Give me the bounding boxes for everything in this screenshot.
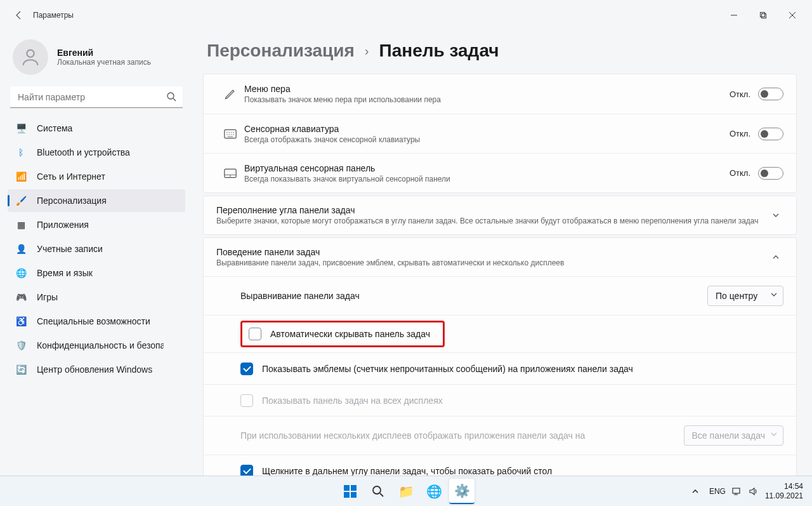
profile-name: Евгений — [57, 48, 151, 58]
paint-icon: 🖌️ — [15, 195, 27, 206]
expander-title: Поведение панели задач — [216, 247, 768, 257]
sidebar-item-label: Bluetooth и устройства — [37, 147, 130, 157]
sidebar-item-privacy[interactable]: 🛡️ Конфиденциальность и безопасность — [8, 334, 185, 357]
all-displays-checkbox — [240, 394, 253, 407]
tray-overflow[interactable] — [688, 488, 703, 495]
profile[interactable]: Евгений Локальная учетная запись — [8, 33, 188, 84]
sidebar-item-label: Приложения — [37, 220, 89, 230]
main-content: Персонализация › Панель задач Меню пера … — [190, 30, 812, 476]
breadcrumb-parent[interactable]: Персонализация — [207, 41, 355, 61]
sidebar-item-update[interactable]: 🔄 Центр обновления Windows — [8, 358, 185, 381]
toggle-state: Откл. — [730, 168, 750, 178]
svg-point-3 — [167, 93, 174, 99]
pen-toggle[interactable] — [758, 88, 783, 100]
svg-rect-9 — [351, 492, 357, 498]
behavior-expander: Поведение панели задач Выравнивание пане… — [203, 237, 797, 476]
sidebar-item-games[interactable]: 🎮 Игры — [8, 286, 185, 309]
taskbar-search[interactable] — [365, 479, 391, 504]
taskbar-edge[interactable]: 🌐 — [421, 479, 447, 504]
window-controls — [719, 5, 807, 25]
sidebar-item-apps[interactable]: ▦ Приложения — [8, 213, 185, 236]
sidebar-item-label: Время и язык — [37, 268, 93, 278]
taskbar-settings[interactable]: ⚙️ — [449, 479, 475, 504]
sidebar-item-label: Сеть и Интернет — [37, 171, 105, 182]
svg-rect-4 — [225, 130, 236, 138]
chevron-up-icon — [768, 253, 783, 261]
overflow-expander[interactable]: Переполнение угла панели задач Выберите … — [203, 196, 797, 235]
gamepad-icon: 🎮 — [15, 291, 27, 303]
sidebar-item-bluetooth[interactable]: ᛒ Bluetooth и устройства — [8, 141, 185, 164]
svg-rect-1 — [762, 14, 766, 18]
alignment-row: Выравнивание панели задач По центру — [204, 276, 796, 315]
tray-time: 14:54 — [765, 482, 803, 491]
wifi-icon: 📶 — [15, 171, 27, 182]
start-button[interactable] — [337, 479, 363, 504]
autohide-label: Автоматически скрывать панель задач — [270, 329, 430, 339]
setting-title: Меню пера — [244, 84, 730, 94]
accounts-icon: 👤 — [15, 243, 27, 255]
alignment-value: По центру — [716, 291, 757, 301]
taskbar-center: 📁 🌐 ⚙️ — [337, 479, 475, 504]
badges-row: Показывать эмблемы (счетчик непрочитанны… — [204, 352, 796, 384]
shield-icon: 🛡️ — [15, 340, 27, 351]
badges-label: Показывать эмблемы (счетчик непрочитанны… — [262, 364, 783, 374]
tray-network-icon[interactable] — [732, 487, 742, 496]
multi-display-select: Все панели задач — [684, 425, 783, 446]
chevron-down-icon — [770, 430, 778, 438]
app-body: Евгений Локальная учетная запись 🖥️ Сист… — [0, 30, 812, 476]
badges-checkbox[interactable] — [240, 363, 253, 375]
profile-subtitle: Локальная учетная запись — [57, 58, 151, 67]
sidebar-item-time[interactable]: 🌐 Время и язык — [8, 262, 185, 284]
corner-click-checkbox[interactable] — [240, 465, 253, 476]
sidebar-item-label: Конфиденциальность и безопасность — [37, 340, 164, 350]
svg-rect-6 — [344, 485, 350, 491]
chevron-right-icon: › — [365, 44, 369, 58]
sidebar-item-accounts[interactable]: 👤 Учетные записи — [8, 237, 185, 260]
virtual-touchpad-toggle[interactable] — [758, 167, 783, 180]
taskbar-explorer[interactable]: 📁 — [393, 479, 419, 504]
sidebar-item-personalization[interactable]: 🖌️ Персонализация — [8, 189, 185, 212]
sidebar-item-label: Центр обновления Windows — [37, 364, 152, 375]
corner-icons-card: Меню пера Показывать значок меню пера пр… — [203, 74, 797, 193]
svg-rect-0 — [761, 13, 765, 17]
back-button[interactable] — [10, 6, 28, 24]
minimize-button[interactable] — [719, 5, 749, 25]
touch-keyboard-toggle[interactable] — [758, 128, 783, 140]
chevron-down-icon — [770, 291, 778, 298]
svg-point-10 — [373, 486, 381, 494]
expander-subtitle: Выравнивание панели задач, присвоение эм… — [216, 258, 768, 267]
sidebar-item-label: Специальные возможности — [37, 316, 150, 326]
toggle-state: Откл. — [730, 129, 750, 138]
tray-clock[interactable]: 14:54 11.09.2021 — [765, 482, 803, 500]
display-icon: 🖥️ — [15, 123, 27, 134]
sidebar-item-label: Система — [37, 123, 72, 133]
search-box[interactable] — [10, 86, 183, 108]
sidebar-item-accessibility[interactable]: ♿ Специальные возможности — [8, 310, 185, 333]
person-icon — [20, 46, 41, 68]
tray-language[interactable]: ENG — [709, 487, 726, 496]
behavior-expander-header[interactable]: Поведение панели задач Выравнивание пане… — [204, 238, 796, 276]
arrow-left-icon — [14, 10, 24, 20]
search-input[interactable] — [10, 86, 183, 108]
pen-icon — [216, 88, 244, 100]
sidebar-item-system[interactable]: 🖥️ Система — [8, 117, 185, 140]
maximize-button[interactable] — [749, 5, 778, 25]
sidebar-item-network[interactable]: 📶 Сеть и Интернет — [8, 165, 185, 188]
system-tray: ENG 14:54 11.09.2021 — [688, 482, 812, 500]
svg-rect-11 — [733, 488, 740, 493]
all-displays-row: Показывать панель задач на всех дисплеях — [204, 384, 796, 416]
keyboard-icon — [216, 129, 244, 139]
bluetooth-icon: ᛒ — [15, 147, 27, 158]
autohide-row: Автоматически скрывать панель задач — [204, 315, 796, 352]
autohide-highlight: Автоматически скрывать панель задач — [240, 321, 445, 347]
folder-icon: 📁 — [398, 484, 414, 499]
search-icon — [166, 91, 176, 102]
window-title: Параметры — [33, 11, 74, 20]
alignment-select[interactable]: По центру — [707, 286, 783, 306]
toggle-state: Откл. — [730, 90, 750, 99]
autohide-checkbox[interactable] — [249, 328, 261, 340]
apps-icon: ▦ — [15, 219, 27, 230]
taskbar: 📁 🌐 ⚙️ ENG 14:54 11.09.2021 — [0, 476, 812, 506]
tray-volume-icon[interactable] — [749, 487, 759, 496]
close-button[interactable] — [778, 5, 807, 25]
